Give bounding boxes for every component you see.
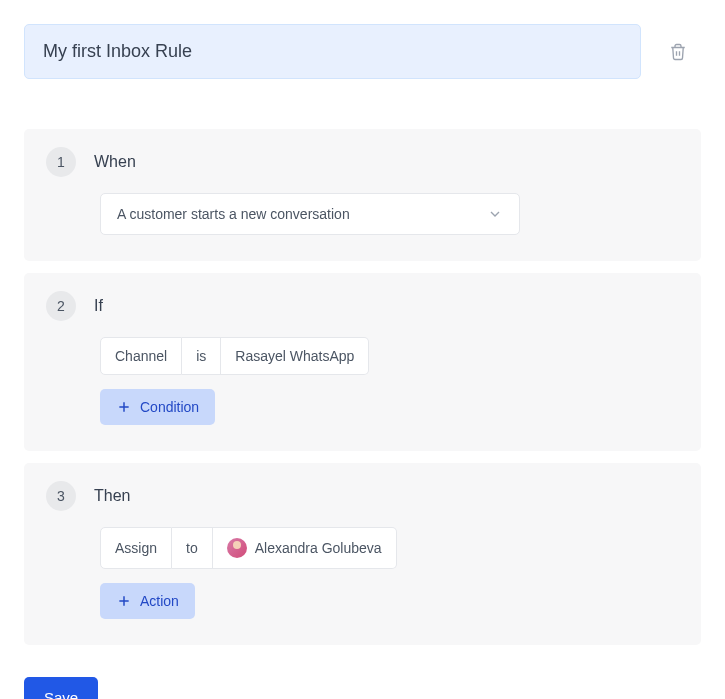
add-condition-button[interactable]: Condition [100, 389, 215, 425]
trigger-selected: A customer starts a new conversation [117, 206, 350, 222]
step-number-badge: 2 [46, 291, 76, 321]
card-title-when: When [94, 153, 136, 171]
delete-rule-button[interactable] [661, 35, 695, 69]
trigger-dropdown[interactable]: A customer starts a new conversation [100, 193, 520, 235]
condition-operator[interactable]: is [182, 337, 221, 375]
trash-icon [669, 43, 687, 61]
action-target-name: Alexandra Golubeva [255, 540, 382, 556]
card-title-if: If [94, 297, 103, 315]
action-type[interactable]: Assign [100, 527, 172, 569]
when-card: 1 When A customer starts a new conversat… [24, 129, 701, 261]
save-button[interactable]: Save [24, 677, 98, 699]
add-action-button[interactable]: Action [100, 583, 195, 619]
condition-field[interactable]: Channel [100, 337, 182, 375]
plus-icon [116, 399, 132, 415]
chevron-down-icon [487, 206, 503, 222]
step-number-badge: 1 [46, 147, 76, 177]
then-card: 3 Then Assign to Alexandra Golubeva Acti… [24, 463, 701, 645]
add-action-label: Action [140, 593, 179, 609]
card-title-then: Then [94, 487, 130, 505]
rule-name-input[interactable] [24, 24, 641, 79]
condition-row: Channel is Rasayel WhatsApp [100, 337, 679, 375]
action-operator[interactable]: to [172, 527, 213, 569]
add-condition-label: Condition [140, 399, 199, 415]
plus-icon [116, 593, 132, 609]
action-row: Assign to Alexandra Golubeva [100, 527, 679, 569]
action-target[interactable]: Alexandra Golubeva [213, 527, 397, 569]
if-card: 2 If Channel is Rasayel WhatsApp Conditi… [24, 273, 701, 451]
step-number-badge: 3 [46, 481, 76, 511]
condition-value[interactable]: Rasayel WhatsApp [221, 337, 369, 375]
avatar [227, 538, 247, 558]
